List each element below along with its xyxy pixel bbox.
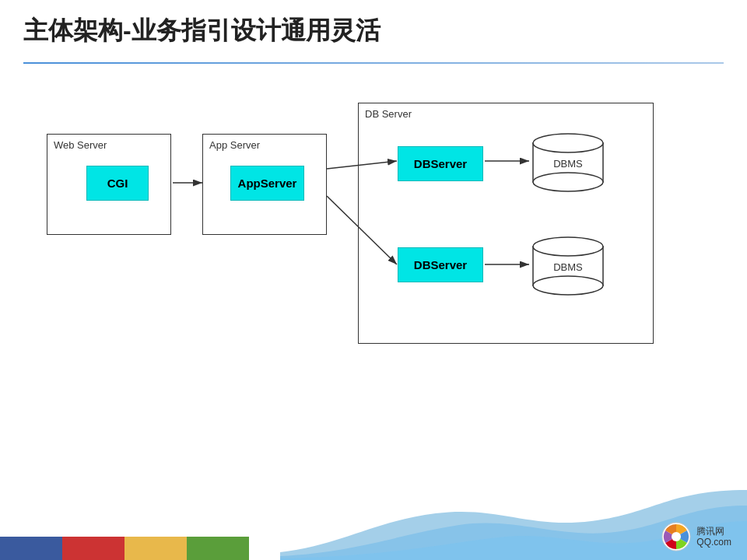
web-server-box: Web Server CGI bbox=[47, 134, 171, 235]
db-server-label: DB Server bbox=[365, 108, 412, 120]
svg-point-13 bbox=[672, 532, 681, 541]
bottom-bar: 腾讯网 QQ.com bbox=[0, 490, 747, 560]
web-server-label: Web Server bbox=[54, 139, 107, 151]
header-divider bbox=[23, 62, 724, 64]
cgi-label: CGI bbox=[107, 177, 128, 190]
tencent-icon bbox=[661, 521, 692, 552]
color-block-yellow bbox=[124, 537, 187, 560]
color-blocks bbox=[0, 537, 249, 560]
color-block-green bbox=[187, 537, 249, 560]
appserver-label: AppServer bbox=[238, 177, 297, 190]
dbserver1-box: DBServer bbox=[398, 146, 483, 181]
color-block-blue bbox=[0, 537, 62, 560]
page-title: 主体架构-业务指引设计通用灵活 bbox=[23, 14, 724, 48]
app-server-label: App Server bbox=[209, 139, 260, 151]
header: 主体架构-业务指引设计通用灵活 bbox=[0, 0, 747, 56]
cgi-box: CGI bbox=[86, 166, 149, 201]
dbserver1-label: DBServer bbox=[414, 157, 467, 170]
dbserver2-label: DBServer bbox=[414, 258, 467, 271]
tencent-logo: 腾讯网 QQ.com bbox=[661, 521, 731, 552]
architecture-diagram: Web Server CGI App Server AppServer DB S… bbox=[23, 87, 724, 398]
color-block-red bbox=[62, 537, 124, 560]
app-server-box: App Server AppServer bbox=[202, 134, 327, 235]
dbserver2-box: DBServer bbox=[398, 247, 483, 282]
appserver-box: AppServer bbox=[230, 166, 304, 201]
db-server-outer-box: DB Server DBServer DBServer bbox=[358, 103, 654, 344]
tencent-text: 腾讯网 QQ.com bbox=[696, 526, 731, 548]
